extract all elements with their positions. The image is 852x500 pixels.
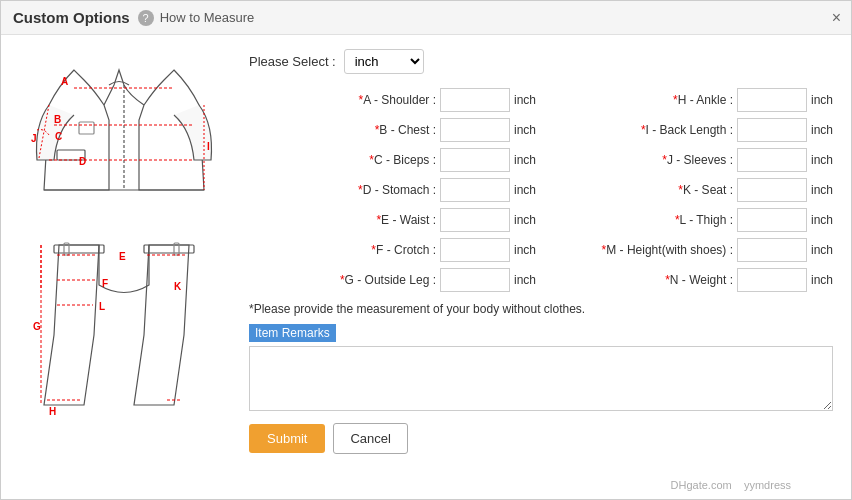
cancel-button[interactable]: Cancel — [333, 423, 407, 454]
label-A: *A - Shoulder : — [359, 93, 436, 107]
measurement-note: *Please provide the measurement of your … — [249, 302, 833, 316]
input-K[interactable] — [737, 178, 807, 202]
close-button[interactable]: × — [832, 9, 841, 27]
unit-I: inch — [811, 123, 833, 137]
custom-options-modal: Custom Options ? How to Measure × — [0, 0, 852, 500]
unit-B: inch — [514, 123, 536, 137]
svg-text:E: E — [119, 251, 126, 262]
measurements-grid: *A - Shoulder : inch *H - Ankle : inch *… — [249, 88, 833, 292]
label-D: *D - Stomach : — [358, 183, 436, 197]
measure-row-J: *J - Sleeves : inch — [546, 148, 833, 172]
input-C[interactable] — [440, 148, 510, 172]
input-J[interactable] — [737, 148, 807, 172]
label-F: *F - Crotch : — [371, 243, 436, 257]
svg-text:L: L — [99, 301, 105, 312]
input-F[interactable] — [440, 238, 510, 262]
watermark-logo: DHgate.com — [671, 479, 732, 491]
form-section: Please Select : inch cm *A - Shoulder : … — [239, 45, 843, 483]
unit-L: inch — [811, 213, 833, 227]
measure-row-M: *M - Height(with shoes) : inch — [546, 238, 833, 262]
unit-K: inch — [811, 183, 833, 197]
svg-text:B: B — [54, 114, 61, 125]
modal-title: Custom Options — [13, 9, 130, 26]
measure-row-N: *N - Weight : inch — [546, 268, 833, 292]
label-K: *K - Seat : — [678, 183, 733, 197]
svg-text:A: A — [61, 76, 68, 87]
label-N: *N - Weight : — [665, 273, 733, 287]
label-M: *M - Height(with shoes) : — [602, 243, 733, 257]
label-E: *E - Waist : — [376, 213, 436, 227]
label-H: *H - Ankle : — [673, 93, 733, 107]
unit-select-row: Please Select : inch cm — [249, 49, 833, 74]
input-H[interactable] — [737, 88, 807, 112]
measure-row-D: *D - Stomach : inch — [249, 178, 536, 202]
svg-text:H: H — [49, 406, 56, 417]
measure-row-L: *L - Thigh : inch — [546, 208, 833, 232]
input-A[interactable] — [440, 88, 510, 112]
unit-F: inch — [514, 243, 536, 257]
pants-diagram: E F G H K L — [19, 235, 229, 420]
measure-row-H: *H - Ankle : inch — [546, 88, 833, 112]
measure-row-C: *C - Biceps : inch — [249, 148, 536, 172]
svg-rect-16 — [144, 245, 194, 253]
svg-rect-2 — [79, 122, 94, 134]
item-remarks-label: Item Remarks — [249, 324, 336, 342]
measure-row-K: *K - Seat : inch — [546, 178, 833, 202]
measure-row-G: *G - Outside Leg : inch — [249, 268, 536, 292]
input-L[interactable] — [737, 208, 807, 232]
label-B: *B - Chest : — [375, 123, 436, 137]
svg-text:G: G — [33, 321, 41, 332]
svg-text:C: C — [55, 131, 62, 142]
watermark-brand: yymdress — [744, 479, 791, 491]
suit-diagram: A B C D I J — [19, 50, 229, 235]
help-icon[interactable]: ? — [138, 10, 154, 26]
label-L: *L - Thigh : — [675, 213, 733, 227]
input-E[interactable] — [440, 208, 510, 232]
input-D[interactable] — [440, 178, 510, 202]
watermark: DHgate.com yymdress — [671, 479, 791, 491]
input-B[interactable] — [440, 118, 510, 142]
svg-rect-15 — [54, 245, 104, 253]
input-I[interactable] — [737, 118, 807, 142]
svg-text:I: I — [207, 141, 210, 152]
modal-body: A B C D I J — [1, 35, 851, 493]
svg-text:J: J — [31, 133, 37, 144]
label-I: *I - Back Length : — [641, 123, 733, 137]
label-C: *C - Biceps : — [369, 153, 436, 167]
svg-text:D: D — [79, 156, 86, 167]
measure-row-I: *I - Back Length : inch — [546, 118, 833, 142]
modal-header: Custom Options ? How to Measure × — [1, 1, 851, 35]
input-M[interactable] — [737, 238, 807, 262]
input-N[interactable] — [737, 268, 807, 292]
unit-A: inch — [514, 93, 536, 107]
remarks-textarea[interactable] — [249, 346, 833, 411]
unit-N: inch — [811, 273, 833, 287]
unit-H: inch — [811, 93, 833, 107]
unit-D: inch — [514, 183, 536, 197]
svg-text:K: K — [174, 281, 182, 292]
measure-row-B: *B - Chest : inch — [249, 118, 536, 142]
please-select-label: Please Select : — [249, 54, 336, 69]
unit-E: inch — [514, 213, 536, 227]
submit-button[interactable]: Submit — [249, 424, 325, 453]
measure-row-F: *F - Crotch : inch — [249, 238, 536, 262]
unit-G: inch — [514, 273, 536, 287]
unit-M: inch — [811, 243, 833, 257]
how-to-measure-link[interactable]: How to Measure — [160, 10, 255, 25]
svg-text:F: F — [102, 278, 108, 289]
unit-C: inch — [514, 153, 536, 167]
measure-row-A: *A - Shoulder : inch — [249, 88, 536, 112]
measure-row-E: *E - Waist : inch — [249, 208, 536, 232]
diagram-section: A B C D I J — [9, 45, 239, 483]
unit-J: inch — [811, 153, 833, 167]
footer-buttons: Submit Cancel — [249, 423, 833, 454]
label-G: *G - Outside Leg : — [340, 273, 436, 287]
label-J: *J - Sleeves : — [662, 153, 733, 167]
unit-select[interactable]: inch cm — [344, 49, 424, 74]
input-G[interactable] — [440, 268, 510, 292]
